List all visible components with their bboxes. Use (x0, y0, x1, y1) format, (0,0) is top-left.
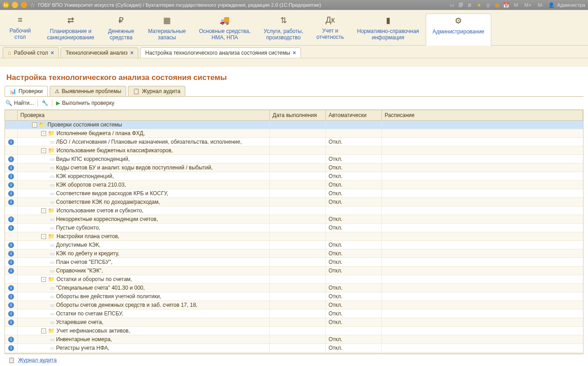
window-tab-1[interactable]: Технологический анализ× (61, 47, 138, 58)
favorite-icon[interactable]: ★ (476, 2, 482, 8)
nav-label: Основные средства,НМА, НПА (199, 28, 250, 41)
nav-icon: ⚙ (433, 16, 484, 26)
memory-m-button[interactable]: M (512, 2, 520, 8)
app-logo-icon: 1c (3, 2, 9, 8)
window-tab-strip: ⌂Рабочий стол×Технологический анализ×Нас… (0, 46, 588, 58)
close-icon[interactable]: × (293, 50, 296, 56)
nav-icon: ▦ (148, 15, 186, 25)
memory-mminus-button[interactable]: M- (536, 2, 546, 8)
window-tab-label: Настройка технологического анализа состо… (145, 50, 290, 56)
calc-icon[interactable]: ▦ (494, 2, 500, 8)
nav-label: Рабочийстол (9, 28, 31, 40)
window-tab-0[interactable]: ⌂Рабочий стол× (3, 47, 59, 58)
nav-label: Планирование исанкционирование (47, 28, 94, 41)
nav-icon: ₽ (107, 15, 135, 25)
star-icon[interactable]: ☆ (30, 2, 35, 9)
nav-item-7[interactable]: ▮Нормативно-справочнаяинформация (351, 14, 426, 45)
title-bar: 1c ☆ ГОБУ ВПО Университет искусств (Субс… (0, 0, 588, 10)
nav-label: Учет иотчетность (316, 28, 344, 40)
nav-label: Материальныезапасы (148, 28, 186, 41)
nav-label: Администрирование (433, 28, 484, 35)
nav-item-6[interactable]: ДкУчет иотчетность (310, 14, 351, 45)
window-button-2[interactable] (21, 2, 27, 8)
nav-label: Денежныесредства (108, 28, 134, 41)
window-tab-label: Технологический анализ (66, 50, 127, 56)
window-tab-label: Рабочий стол (14, 50, 48, 56)
user-icon: 👤 (548, 2, 555, 8)
history-icon[interactable]: ⧖ (485, 2, 491, 8)
nav-icon: 🚚 (199, 15, 250, 25)
title-toolbar: ▭ 🗐 🗎 ★ ⧖ ▦ 📅 M M+ M- 👤 Администра (449, 2, 585, 8)
home-icon: ⌂ (8, 49, 11, 56)
nav-icon: ⇄ (47, 15, 94, 25)
calendar-icon[interactable]: 📅 (503, 2, 509, 8)
tool-icon-3[interactable]: 🗎 (467, 2, 473, 8)
close-icon[interactable]: × (51, 50, 54, 56)
nav-icon: ≡ (6, 15, 34, 25)
nav-label: Услуги, работы,производство (263, 28, 303, 41)
nav-icon: Дк (316, 15, 344, 25)
nav-icon: ▮ (357, 15, 419, 25)
tool-icon-1[interactable]: ▭ (449, 2, 455, 8)
nav-item-8[interactable]: ⚙Администрирование (426, 14, 491, 46)
window-tab-2[interactable]: Настройка технологического анализа состо… (140, 47, 301, 58)
nav-item-4[interactable]: 🚚Основные средства,НМА, НПА (193, 14, 257, 45)
nav-label: Нормативно-справочнаяинформация (357, 28, 419, 41)
tool-icon-2[interactable]: 🗐 (458, 2, 464, 8)
main-navigation: ≡Рабочийстол⇄Планирование исанкционирова… (0, 10, 588, 46)
window-button-1[interactable] (12, 2, 18, 8)
current-user: Администра (557, 2, 585, 8)
nav-item-5[interactable]: ⇅Услуги, работы,производство (257, 14, 310, 45)
nav-item-3[interactable]: ▦Материальныезапасы (141, 14, 193, 45)
memory-mplus-button[interactable]: M+ (522, 2, 533, 8)
nav-item-2[interactable]: ₽Денежныесредства (101, 14, 141, 45)
close-icon[interactable]: × (130, 50, 133, 56)
nav-item-0[interactable]: ≡Рабочийстол (0, 14, 41, 45)
nav-item-1[interactable]: ⇄Планирование исанкционирование (41, 14, 101, 45)
window-title: ГОБУ ВПО Университет искусств (Субсидия)… (38, 2, 446, 8)
nav-icon: ⇅ (263, 15, 303, 25)
